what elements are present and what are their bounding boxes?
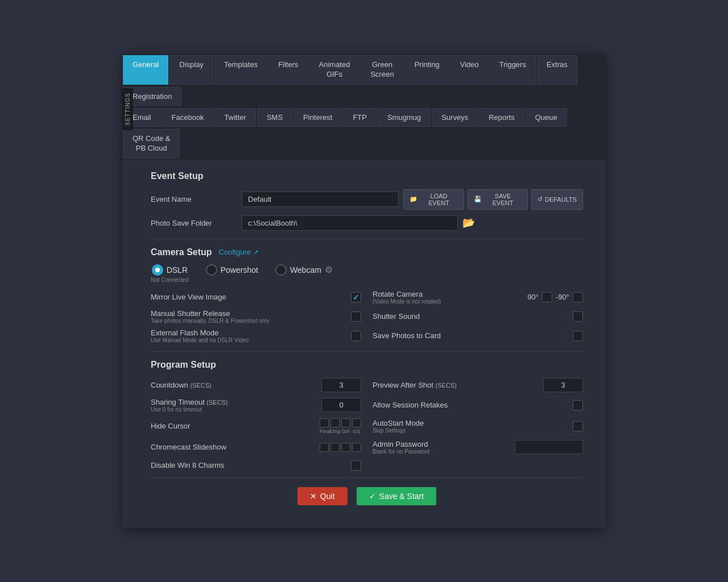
save-event-button[interactable]: 💾 SAVE EVENT [468,189,528,210]
autostart-mode-checkbox[interactable] [573,421,583,431]
tab-bar: General Display Templates Filters Animat… [122,54,606,160]
tab-qr-pb[interactable]: QR Code &PB Cloud [123,129,180,159]
webcam-radio[interactable] [275,264,287,276]
chromecast-cb3[interactable] [341,443,350,452]
event-name-label: Event Name [151,195,242,203]
tab-video[interactable]: Video [450,55,489,85]
tab-templates[interactable]: Templates [214,55,267,85]
hide-cursor-final-checkbox[interactable] [320,418,329,427]
main-content: Event Setup Event Name 📁 LOAD EVENT 💾 SA… [122,160,606,528]
camera-radio-group: DSLR Not Connected Powershot Webcam ⚙ [151,264,583,283]
mirror-live-view-checkbox[interactable] [351,292,361,302]
tab-ftp[interactable]: FTP [343,108,377,127]
save-photos-label: Save Photos to Card [373,331,573,340]
sharing-timeout-input[interactable] [321,398,361,412]
photo-save-folder-label: Photo Save Folder [151,219,242,227]
dslr-option[interactable]: DSLR Not Connected [151,264,189,283]
disable-win8-checkbox[interactable] [351,460,361,471]
webcam-option[interactable]: Webcam ⚙ [275,264,333,276]
photo-save-folder-input[interactable] [242,215,458,231]
hide-cursor-gif-checkbox[interactable] [341,418,350,427]
countdown-input[interactable] [321,378,361,392]
rotate-camera-row: Rotate Camera (Video Mode is not rotated… [373,290,583,305]
tab-twitter[interactable]: Twitter [215,108,256,127]
tab-printing[interactable]: Printing [405,55,449,85]
autostart-sub: Skip Settings [373,427,424,434]
webcam-gear-icon[interactable]: ⚙ [325,264,333,275]
tab-filters[interactable]: Filters [268,55,308,85]
manual-shutter-sub: Take photos manually. DSLR & Powershot o… [151,318,351,324]
tab-facebook[interactable]: Facebook [162,108,214,127]
configure-link[interactable]: Configure ↗ [219,248,259,256]
camera-settings-grid: Mirror Live View Image Rotate Camera (Vi… [151,290,583,343]
tab-general[interactable]: General [123,55,168,85]
preview-after-shot-input[interactable] [543,378,583,392]
tab-smugmug[interactable]: Smugmug [378,108,431,127]
tab-sms[interactable]: SMS [257,108,292,127]
preview-after-shot-row: Preview After Shot (SECS) [373,378,583,392]
autostart-mode-row: AutoStart Mode Skip Settings [373,418,583,434]
folder-icon: 📁 [410,196,417,203]
save-start-button[interactable]: ✓ Save & Start [357,487,437,505]
sharing-timeout-label: Sharing Timeout (SECS) Use 0 for no time… [151,398,228,413]
powershot-radio[interactable] [206,264,217,276]
dslr-status: Not Connected [151,277,189,283]
event-name-row: Event Name 📁 LOAD EVENT 💾 SAVE EVENT ↺ D… [151,189,583,210]
tab-surveys[interactable]: Surveys [432,108,478,127]
tab-triggers[interactable]: Triggers [490,55,536,85]
rotate-camera-sub: (Video Mode is not rotated) [373,298,527,305]
manual-shutter-checkbox[interactable] [351,311,361,322]
tab-reports[interactable]: Reports [479,108,524,127]
hide-cursor-orig-checkbox[interactable] [330,418,340,427]
rotate-controls: 90° -90° [527,292,583,302]
tab-queue[interactable]: Queue [526,108,567,127]
camera-setup-header: Camera Setup Configure ↗ [151,247,583,257]
external-flash-checkbox[interactable] [351,331,361,341]
chromecast-cb2[interactable] [330,443,340,452]
dslr-radio[interactable] [152,264,163,276]
external-link-icon: ↗ [253,248,259,256]
photo-save-folder-row: Photo Save Folder 📂 [151,215,583,231]
camera-setup-title: Camera Setup [151,247,212,257]
chromecast-cb1[interactable] [320,443,329,452]
mirror-live-view-label: Mirror Live View Image [151,293,351,301]
rotate-90-checkbox[interactable] [542,292,552,302]
hide-cursor-gs-label: GS [352,429,361,434]
tab-animated-gifs[interactable]: AnimatedGIFs [309,55,360,85]
tab-extras[interactable]: Extras [537,55,577,85]
hide-cursor-final-label: Final [320,429,329,434]
load-event-button[interactable]: 📁 LOAD EVENT [403,189,464,210]
allow-session-retakes-checkbox[interactable] [573,400,583,410]
event-setup-title: Event Setup [151,171,583,181]
tab-pinterest[interactable]: Pinterest [293,108,342,127]
countdown-label: Countdown (SECS) [151,381,212,389]
tab-display[interactable]: Display [169,55,213,85]
mirror-live-view-row: Mirror Live View Image [151,290,361,305]
disable-win8-label: Disable Win 8 Charms [151,461,224,469]
manual-shutter-row: Manual Shutter Release Take photos manua… [151,309,361,324]
manual-shutter-label: Manual Shutter Release Take photos manua… [151,309,351,324]
admin-password-input[interactable] [515,440,583,454]
sharing-timeout-sub: Use 0 for no timeout [151,406,228,413]
preview-after-shot-label: Preview After Shot (SECS) [373,381,457,389]
chromecast-cb4[interactable] [352,443,361,452]
hide-cursor-gs-checkbox[interactable] [352,418,361,427]
hide-cursor-row: Hide Cursor Final Orig GIF GS [151,418,361,434]
event-name-input[interactable] [242,192,399,207]
rotate-neg90-checkbox[interactable] [573,292,583,302]
browse-folder-icon[interactable]: 📂 [462,217,475,229]
shutter-sound-row: Shutter Sound [373,309,583,324]
x-icon: ✕ [310,492,317,501]
admin-password-row: Admin Password Blank for no Password [373,440,583,455]
save-photos-checkbox[interactable] [573,331,583,341]
tab-green-screen[interactable]: GreenScreen [361,55,403,85]
defaults-button[interactable]: ↺ DEFAULTS [531,189,583,210]
quit-button[interactable]: ✕ Quit [297,487,348,505]
save-icon: 💾 [474,196,482,203]
shutter-sound-checkbox[interactable] [573,311,583,322]
program-setup-grid: Countdown (SECS) Preview After Shot (SEC… [151,378,583,471]
hide-cursor-checkboxes [320,418,361,427]
powershot-option[interactable]: Powershot [206,264,258,276]
webcam-label: Webcam [290,265,321,275]
hide-cursor-orig-label: Orig [330,429,340,434]
